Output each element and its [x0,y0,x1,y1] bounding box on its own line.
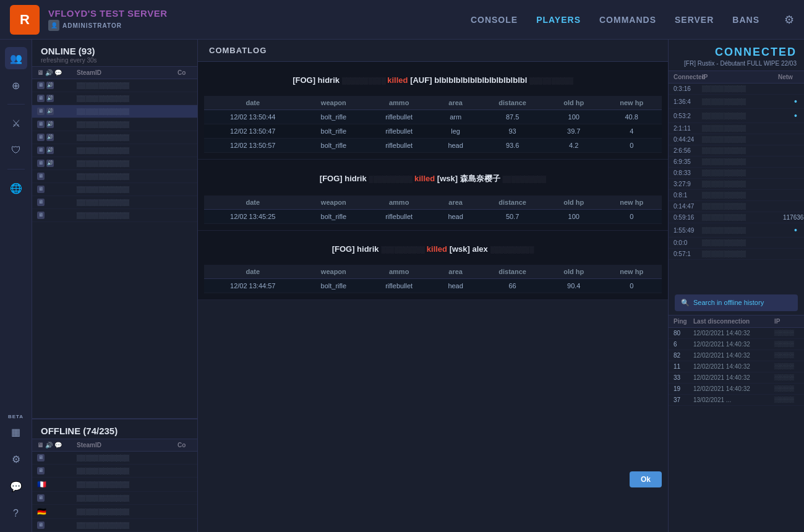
kill-summary-2: [FOG] hidrik ░░░░░░░░░░ killed [wsk] 森島奈… [204,171,662,187]
nav-server[interactable]: SERVER [675,15,714,25]
table-row[interactable]: 🖥░░░░░░░░░░░░ [32,196,197,209]
row-monitor-icon: 🖥 [37,186,45,193]
sidebar-knife-icon[interactable]: ⚔ [5,112,27,134]
table-row[interactable]: 🖥🔊░░░░░░░░░░░░ [32,105,197,118]
sidebar-discord-icon[interactable]: 💬 [5,475,27,497]
table-row[interactable]: 🖥🔊░░░░░░░░░░░░ [32,118,197,131]
table-row[interactable]: 🖥░░░░░░░░░░░░ [32,209,197,222]
online-section-header: ONLINE (93) refreshing every 30s [32,40,197,66]
sidebar-gear-icon[interactable]: ⚙ [5,448,27,470]
player-steam-id: ░░░░░░░░░░░░ [77,134,175,141]
table-row[interactable]: 🖥░░░░░░░░░░░░ [32,452,197,465]
nav-bans[interactable]: BANS [732,15,759,25]
list-item[interactable]: 3:27:9░░░░░░░░░░ [669,179,804,190]
list-item[interactable]: 0:3:16░░░░░░░░░░ [669,84,804,95]
player-steam-id: ░░░░░░░░░░░░ [77,121,175,128]
conn-time: 0:44:24 [674,136,699,143]
net-dot: • [794,111,799,121]
list-item[interactable]: 0:8:1░░░░░░░░░░ [669,190,804,201]
col-chat-icon: 💬 [54,69,62,76]
victim-name-2: [wsk] 森島奈樱子 [437,174,500,183]
sidebar-grid-icon[interactable]: ▦ [5,421,27,443]
list-item[interactable]: 0:14:47░░░░░░░░░░ [669,201,804,212]
sidebar-crosshair-icon[interactable]: ⊕ [5,74,27,97]
kill-block-3: [FOG] hidrik ░░░░░░░░░░ killed [wsk] ale… [198,231,668,300]
sidebar-shield-icon[interactable]: 🛡 [5,139,27,161]
disc-time: 12/02/2021 14:40:32 [693,374,772,381]
td-distance: 87.5 [479,110,546,124]
settings-icon[interactable]: ⚙ [784,13,794,27]
table-row[interactable]: 🖥░░░░░░░░░░░░ [32,492,197,505]
list-item[interactable]: 8212/02/2021 14:40:32░░░░░ [669,350,804,361]
search-offline-button[interactable]: 🔍 Search in offline history [675,294,798,311]
conn-time: 0:8:33 [674,169,699,176]
ip-addr: ░░░░░░░░░░ [702,181,792,187]
row-monitor-icon: 🖥 [37,82,45,89]
th-newhp: new hp [601,265,662,279]
list-item[interactable]: 8012/02/2021 14:40:32░░░░░ [669,328,804,339]
row-monitor-icon: 🖥 [37,108,45,115]
nav-console[interactable]: CONSOLE [471,15,518,25]
list-item[interactable]: 0:0:0░░░░░░░░░░ [669,238,804,249]
col-monitor-icon: 🖥 [37,69,43,76]
list-item[interactable]: 0:53:2░░░░░░░░░░• [669,109,804,123]
td-weapon: bolt_rifle [301,139,366,153]
th-distance: distance [479,96,546,110]
th-oldhp: old hp [546,195,601,210]
col-monitor-icon: 🖥 [37,442,43,448]
row-monitor-icon: 🖥 [37,121,45,128]
sidebar-help-icon[interactable]: ? [5,502,27,525]
table-row[interactable]: 🖥░░░░░░░░░░░░ [32,519,197,532]
table-row[interactable]: 🇫🇷░░░░░░░░░░░░ [32,478,197,492]
list-item[interactable]: 0:44:24░░░░░░░░░░ [669,134,804,145]
ping-val: 82 [674,352,691,359]
list-item[interactable]: 1112/02/2021 14:40:32░░░░░ [669,361,804,372]
nav-commands[interactable]: COMMANDS [599,15,656,25]
list-item[interactable]: 0:59:16░░░░░░░░░░117636 [669,212,804,223]
beta-label: BETA [8,414,24,419]
list-item[interactable]: 1:36:4░░░░░░░░░░• [669,95,804,109]
conn-time: 0:8:1 [674,192,699,199]
conn-time: 6:9:35 [674,158,699,165]
sidebar-globe-icon[interactable]: 🌐 [5,177,27,199]
row-monitor-icon: 🖥 [37,494,45,502]
kill-row: 12/02 13:44:57 bolt_rifle riflebullet he… [204,279,662,293]
col-disc-header: Last disconnection [693,318,772,325]
ok-button[interactable]: Ok [630,471,662,487]
table-row[interactable]: 🖥🔊░░░░░░░░░░░░ [32,92,197,105]
conn-time: 0:14:47 [674,203,699,210]
net-val: 117636 [783,214,799,221]
list-item[interactable]: 1912/02/2021 14:40:32░░░░░ [669,384,804,395]
th-weapon: weapon [301,265,366,279]
row-vol-icon: 🔊 [46,82,54,89]
list-item[interactable]: 1:55:49░░░░░░░░░░• [669,223,804,238]
th-weapon: weapon [301,96,366,110]
table-row[interactable]: 🇩🇪░░░░░░░░░░░░ [32,505,197,519]
table-row[interactable]: 🖥🔊░░░░░░░░░░░░ [32,144,197,157]
th-ammo: ammo [366,265,432,279]
td-date: 12/02 13:50:44 [204,110,301,124]
col-icons-header: 🖥 🔊 💬 [37,69,74,76]
list-item[interactable]: 6:9:35░░░░░░░░░░ [669,157,804,168]
sidebar-users-icon[interactable]: 👥 [5,47,27,69]
nav-players[interactable]: PLAYERS [536,15,581,25]
list-item[interactable]: 2:6:56░░░░░░░░░░ [669,145,804,157]
right-panel: CONNECTED [FR] Rustix - Débutant FULL WI… [668,40,804,532]
table-row[interactable]: 🖥░░░░░░░░░░░░ [32,183,197,196]
list-item[interactable]: 3312/02/2021 14:40:32░░░░░ [669,372,804,384]
list-item[interactable]: 3713/02/2021 ...░░░░░ [669,395,804,406]
list-item[interactable]: 0:57:1░░░░░░░░░░ [669,249,804,260]
list-item[interactable]: 612/02/2021 14:40:32░░░░░ [669,339,804,350]
table-row[interactable]: 🖥░░░░░░░░░░░░ [32,465,197,478]
table-row[interactable]: 🖥🔊░░░░░░░░░░░░ [32,131,197,144]
ip-addr: ░░░░░░░░░░ [702,239,792,246]
row-monitor-icon: 🖥 [37,173,45,180]
player-steam-id: ░░░░░░░░░░░░ [77,508,175,515]
list-item[interactable]: 0:8:33░░░░░░░░░░ [669,168,804,179]
td-newhp: 0 [601,210,662,224]
table-row[interactable]: 🖥░░░░░░░░░░░░ [32,170,197,183]
col-ip2-header: IP [774,318,799,325]
table-row[interactable]: 🖥🔊░░░░░░░░░░░░ [32,79,197,92]
table-row[interactable]: 🖥🔊░░░░░░░░░░░░ [32,157,197,170]
list-item[interactable]: 2:1:11░░░░░░░░░░ [669,123,804,134]
